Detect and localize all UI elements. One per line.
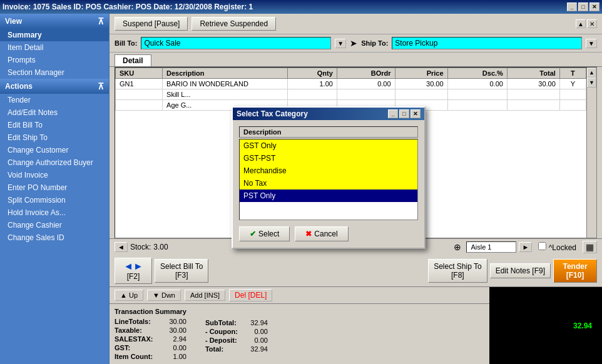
cross-icon: ✖ [305, 230, 312, 238]
modal-content: Description GST Only GST-PST Merchandise… [233, 120, 424, 248]
modal-minimize-btn[interactable]: _ [388, 109, 398, 118]
modal-titlebar: Select Tax Category _ □ ✕ [233, 108, 424, 120]
modal-titlebar-buttons: _ □ ✕ [388, 109, 421, 118]
modal-cancel-button[interactable]: ✖ Cancel [295, 226, 348, 241]
modal-buttons: ✔ Select ✖ Cancel [239, 226, 418, 241]
modal-close-btn[interactable]: ✕ [411, 109, 421, 118]
modal-item-pst-only[interactable]: PST Only [240, 190, 417, 202]
modal-select-label: Select [258, 230, 279, 238]
modal-item-no-tax[interactable]: No Tax [240, 177, 417, 190]
modal-select-button[interactable]: ✔ Select [239, 226, 290, 241]
modal-overlay: Select Tax Category _ □ ✕ Description GS… [0, 0, 602, 364]
modal-item-merchandise[interactable]: Merchandise [240, 164, 417, 177]
modal-maximize-btn[interactable]: □ [399, 109, 409, 118]
modal-item-gst-only[interactable]: GST Only [240, 139, 417, 152]
checkmark-icon: ✔ [250, 230, 256, 238]
modal-list[interactable]: GST Only GST-PST Merchandise No Tax PST … [239, 139, 418, 220]
modal-cancel-label: Cancel [314, 230, 337, 238]
modal-title: Select Tax Category [237, 109, 308, 118]
modal-item-gst-pst[interactable]: GST-PST [240, 152, 417, 164]
modal-list-header: Description [239, 126, 418, 138]
select-tax-modal: Select Tax Category _ □ ✕ Description GS… [232, 106, 426, 249]
